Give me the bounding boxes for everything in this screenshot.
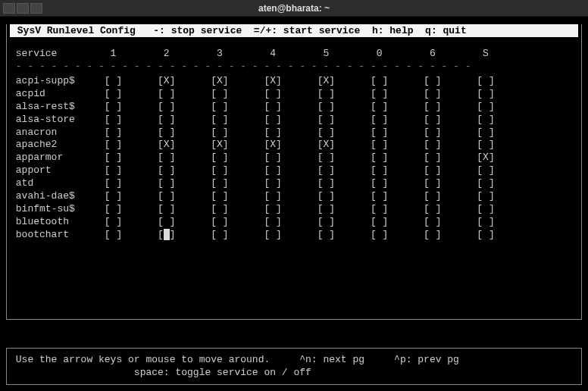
help-footer: Use the arrow keys or mouse to move arou… — [6, 348, 582, 385]
service-row[interactable]: anacron [ ] [ ] [ ] [ ] [ ] [ ] [ ] [ ] — [10, 127, 578, 139]
titlebar: aten@bharata: ~ — [0, 0, 588, 17]
app-header: SysV Runlevel Config -: stop service =/+… — [10, 24, 578, 37]
service-list[interactable]: acpi-supp$ [ ] [X] [X] [X] [X] [ ] [ ] [… — [10, 75, 578, 242]
separator-line: - - - - - - - - - - - - - - - - - - - - … — [10, 61, 578, 72]
service-row[interactable]: bluetooth [ ] [ ] [ ] [ ] [ ] [ ] [ ] [ … — [10, 216, 578, 229]
window-title: aten@bharata: ~ — [258, 3, 330, 14]
window-button-2[interactable] — [17, 3, 29, 14]
service-row[interactable]: apparmor [ ] [ ] [ ] [ ] [ ] [ ] [ ] [X] — [10, 152, 578, 164]
service-row[interactable]: alsa-rest$ [ ] [ ] [ ] [ ] [ ] [ ] [ ] [… — [10, 101, 578, 114]
service-row[interactable]: acpi-supp$ [ ] [X] [X] [X] [X] [ ] [ ] [… — [10, 75, 578, 88]
window-button-1[interactable] — [3, 3, 15, 14]
footer-line-2: space: toggle service on / off — [10, 366, 578, 380]
cursor — [164, 229, 170, 240]
service-row[interactable]: apache2 [ ] [X] [X] [X] [X] [ ] [ ] [ ] — [10, 139, 578, 152]
service-row[interactable]: bootchart [ ] [ ] [ ] [ ] [ ] [ ] [ ] [ … — [10, 229, 578, 242]
service-row[interactable]: avahi-dae$ [ ] [ ] [ ] [ ] [ ] [ ] [ ] [… — [10, 190, 578, 203]
window-button-3[interactable] — [30, 3, 42, 14]
window-controls — [0, 3, 42, 14]
service-row[interactable]: apport [ ] [ ] [ ] [ ] [ ] [ ] [ ] [ ] — [10, 164, 578, 177]
service-row[interactable]: acpid [ ] [ ] [ ] [ ] [ ] [ ] [ ] [ ] — [10, 88, 578, 101]
terminal[interactable]: SysV Runlevel Config -: stop service =/+… — [0, 17, 588, 391]
service-row[interactable]: binfmt-su$ [ ] [ ] [ ] [ ] [ ] [ ] [ ] [… — [10, 203, 578, 216]
main-panel: SysV Runlevel Config -: stop service =/+… — [6, 24, 582, 320]
footer-line-1: Use the arrow keys or mouse to move arou… — [10, 353, 578, 367]
service-row[interactable]: alsa-store [ ] [ ] [ ] [ ] [ ] [ ] [ ] [… — [10, 114, 578, 127]
column-headers: service 1 2 3 4 5 0 6 S — [10, 48, 578, 59]
service-row[interactable]: atd [ ] [ ] [ ] [ ] [ ] [ ] [ ] [ ] — [10, 177, 578, 190]
